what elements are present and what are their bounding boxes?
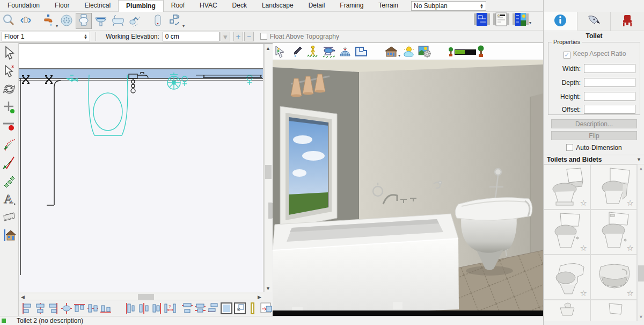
fittings-dropdown-icon[interactable]: ▾ [182,24,185,30]
plan-view[interactable]: ▲ ▼ ◀ ▶ [19,43,273,300]
elevation-view-button[interactable] [493,13,509,27]
align-middle-button[interactable] [86,301,99,315]
space-evenly-left-button[interactable] [124,301,137,315]
ornamental-path-tool-button[interactable] [1,172,17,190]
plan-overlay-button[interactable] [353,45,369,59]
zoom-tool-button[interactable] [1,13,17,29]
elevation-increase-button[interactable]: ＋ [233,32,243,41]
dome-view-button[interactable] [337,45,353,59]
catalog-scroll-up-icon[interactable]: ˄ [638,165,644,172]
menu-tab-roof[interactable]: Roof [164,0,192,12]
water-heater-tool-button[interactable] [150,13,166,29]
catalog-scroll-thumb[interactable] [638,265,644,281]
catalog-collapse-icon[interactable]: ▼ [636,157,641,162]
align-bottom-button[interactable] [99,301,112,315]
3d-view-button[interactable] [513,13,529,27]
align-left-button[interactable] [20,301,33,315]
bathtub-tool-button[interactable] [110,13,126,29]
plan-horizontal-scrollbar[interactable]: ◀ ▶ [19,293,264,300]
catalog-item-two-piece-toilet[interactable]: ☆ [544,164,590,210]
floor-spinner-icon[interactable]: ▲▼ [84,34,87,39]
house-tool-button[interactable] [1,227,17,245]
menu-tab-deck[interactable]: Deck [225,0,254,12]
space-evenly-right-button[interactable] [150,301,163,315]
environment-button[interactable] [416,45,433,59]
shower-tool-button[interactable] [127,13,143,29]
fillet-corner-tool-button[interactable] [1,135,17,154]
floor-select[interactable]: Floor 1 ▲▼ [2,32,90,41]
distribute-middle-button[interactable] [194,301,207,315]
space-equal-button[interactable]: ? [163,301,176,315]
panel-tab-info[interactable] [544,12,577,31]
menu-tab-foundation[interactable]: Foundation [0,0,47,12]
plan-view-button[interactable] [474,13,490,27]
plan-canvas[interactable] [19,44,264,292]
panel-tab-furniture[interactable] [611,12,644,31]
eyedropper-button[interactable] [289,45,305,59]
height-input[interactable] [584,92,635,101]
menu-tab-hvac[interactable]: HVAC [192,0,224,12]
faucet-tool-button[interactable] [40,13,56,29]
zoom-extents-button[interactable] [220,301,233,315]
catalog-item-one-piece-toilet[interactable]: ☆ [544,255,590,300]
auto-dimension-checkbox-box[interactable] [566,144,573,151]
faucet-dropdown-icon[interactable]: ▾ [56,24,58,30]
select-tool-button[interactable] [1,44,17,62]
catalog-item-elongated-toilet[interactable]: ☆ [590,210,637,255]
catalog-item-wall-hung-toilet[interactable]: ☆ [590,255,637,300]
sink-tool-button[interactable] [93,13,109,29]
auto-dimension-checkbox[interactable]: Auto-Dimension [544,144,644,151]
walkthrough-button[interactable] [305,45,321,59]
vegetation-density-control[interactable] [448,45,486,59]
menu-tab-electrical[interactable]: Electrical [77,0,118,12]
scroll-up-icon[interactable]: ▲ [265,45,272,52]
catalog-item-round-front-toilet[interactable]: ☆ [544,210,590,255]
pan-tool-button[interactable] [18,13,34,29]
elevation-decrease-button[interactable]: － [244,32,254,41]
subplan-select[interactable]: No Subplan ▲▼ [411,1,486,11]
view-dropdown-icon[interactable]: ▾ [529,20,531,27]
float-topography-checkbox[interactable]: Float Above Topography [260,33,339,40]
favorite-star-icon[interactable]: ☆ [627,288,634,298]
menu-tab-plumbing[interactable]: Plumbing [118,0,164,12]
offset-input[interactable] [584,105,635,114]
add-node-tool-button[interactable] [1,99,17,117]
align-to-wall-button[interactable] [260,301,273,315]
zoom-selection-button[interactable] [233,301,246,315]
favorite-star-icon[interactable]: ☆ [627,243,634,253]
menu-tab-floor[interactable]: Floor [47,0,77,12]
menu-tab-detail[interactable]: Detail [301,0,333,12]
favorite-star-icon[interactable]: ☆ [627,198,634,208]
flyover-button[interactable] [321,45,337,59]
width-input[interactable] [584,64,635,73]
measure-button[interactable] [246,301,259,315]
delete-node-tool-button[interactable] [1,117,17,135]
three-d-view[interactable]: ▾ [273,43,543,316]
catalog-item-compact-toilet[interactable] [590,300,637,321]
text-tool-button[interactable]: A [1,190,17,208]
catalog-header[interactable]: Toilets and Bidets ▼ [544,155,644,164]
catalog-item-bidet[interactable] [544,300,590,321]
keep-aspect-checkbox[interactable]: ✓Keep Aspect Ratio [548,50,641,59]
distribute-top-button[interactable] [181,301,194,315]
align-center-vertical-button[interactable] [33,301,46,315]
spinner-arrows-icon[interactable]: ▲▼ [480,3,484,9]
catalog-item-two-piece-toilet-angled[interactable]: ☆ [590,164,637,210]
align-top-button[interactable] [73,301,86,315]
depth-input[interactable] [584,78,635,87]
description-button[interactable]: Description... [551,119,637,128]
pipe-fittings-tool-button[interactable] [167,13,183,29]
scroll-down-icon[interactable]: ▼ [265,285,272,292]
align-center-point-button[interactable] [60,301,72,315]
favorite-star-icon[interactable]: ☆ [580,288,587,298]
menu-tab-framing[interactable]: Framing [332,0,371,12]
favorite-star-icon[interactable]: ☆ [580,243,587,253]
catalog-scrollbar[interactable]: ˄ ˅ [637,164,644,321]
panel-tab-draw[interactable] [577,12,611,31]
house-styles-button[interactable] [383,45,399,59]
favorite-star-icon[interactable]: ☆ [580,198,587,208]
plan-vscroll-thumb[interactable] [265,165,272,179]
working-elevation-input[interactable] [163,32,219,41]
menu-tab-landscape[interactable]: Landscape [254,0,301,12]
menu-tab-terrain[interactable]: Terrain [371,0,406,12]
